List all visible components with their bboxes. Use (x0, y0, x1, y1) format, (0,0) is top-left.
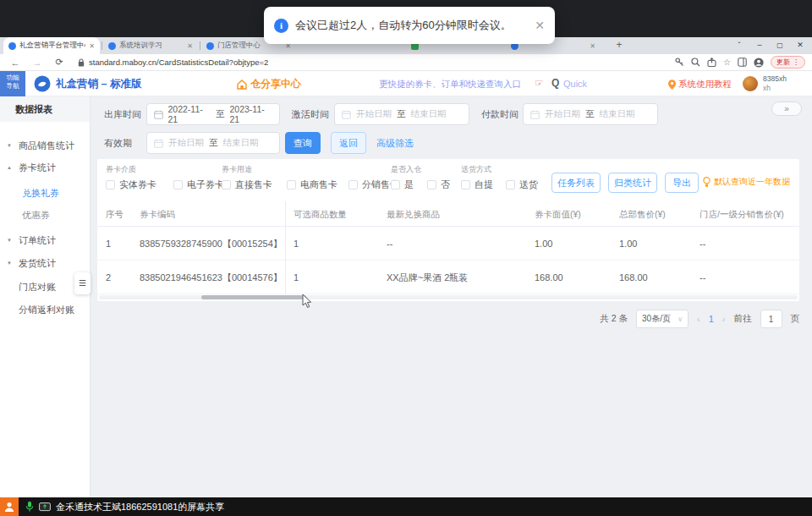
new-tab-button[interactable]: + (612, 39, 626, 52)
next-page-icon[interactable]: › (722, 314, 726, 324)
sidebar-item-exchange-coupon[interactable]: 兑换礼券 (0, 184, 91, 201)
task-list-button[interactable]: 任务列表 (551, 173, 601, 193)
chevron-up-icon: ▲ (7, 165, 19, 170)
checkbox-icon[interactable] (391, 180, 400, 189)
quick-search-icon[interactable]: Q (551, 77, 559, 89)
sidebar-section-title: 数据报表 (0, 96, 90, 122)
checkbox-icon[interactable] (287, 180, 296, 189)
tab-label: 礼盒营销平台管理中心 (19, 41, 85, 51)
advanced-filter-link[interactable]: 高级筛选 (376, 132, 414, 154)
sidebar-item-order-stats[interactable]: ▼ 订单统计 (0, 232, 91, 249)
checkbox-ecard[interactable]: 电子券卡 (173, 178, 224, 191)
app-logo (34, 75, 51, 92)
goto-page-input[interactable] (760, 310, 782, 328)
user-avatar[interactable] (743, 76, 758, 91)
group-title-warehouse: 是否入仓 (391, 164, 421, 175)
screen: 礼盒营销平台管理中心 ✕ 系统培训学习 ✕ 门店管理中心 ✕ ✕ + ˇ – ▢… (0, 0, 812, 516)
window-menu-icon[interactable]: ˇ (729, 37, 749, 54)
checkbox-warehouse-no[interactable]: 否 (427, 178, 450, 191)
sidebar-item-rebate-reconcile[interactable]: 分销返利对账 (0, 301, 91, 318)
profile-icon[interactable] (754, 58, 764, 68)
zoom-icon[interactable] (691, 58, 700, 67)
col-header-product-count: 可选商品数量 (285, 201, 378, 227)
checkbox-icon[interactable] (461, 180, 470, 189)
goto-label: 前往 (734, 313, 752, 325)
browser-tab-2[interactable]: 系统培训学习 ✕ (103, 37, 198, 54)
category-stats-button[interactable]: 归类统计 (608, 173, 657, 193)
double-chevron-icon: » (784, 104, 789, 113)
scrollbar-thumb[interactable] (201, 295, 306, 299)
table-cell: 1 (285, 227, 378, 261)
tutorial-link[interactable]: 系统使用教程 (668, 79, 732, 91)
checkbox-ecommerce-sale[interactable]: 电商售卡 (287, 178, 337, 191)
col-header-card-code: 券卡编码 (131, 201, 285, 227)
nav-toggle-button[interactable]: 功能 导航 (0, 71, 25, 96)
tab-close-icon[interactable]: ✕ (590, 42, 595, 50)
table-cell: 1 (285, 261, 378, 294)
sidebar-item-shipping-stats[interactable]: ▼ 发货统计 (0, 255, 91, 272)
toolbar-actions: ☆ 更新 ⋮ (675, 56, 805, 69)
sidebar-item-product-sales[interactable]: ▼ 商品销售统计 (0, 137, 91, 154)
sidebar-item-card-stats[interactable]: ▲ 券卡统计 (0, 159, 91, 176)
window-maximize-icon[interactable]: ▢ (770, 37, 790, 54)
checkbox-self-pickup[interactable]: 自提 (461, 178, 493, 191)
back-button[interactable]: 返回 (331, 132, 366, 154)
quick-search-label[interactable]: Quick (563, 79, 587, 89)
key-icon[interactable] (675, 58, 684, 67)
reload-icon[interactable]: ⟳ (52, 57, 66, 68)
address-bar[interactable]: standard.maboy.cn/CardStatisticsDetail?o… (78, 58, 675, 67)
checkbox-icon[interactable] (506, 180, 515, 189)
share-icon[interactable] (707, 58, 716, 67)
side-panel-icon[interactable] (738, 58, 747, 67)
window-close-icon[interactable]: ✕ (790, 37, 810, 54)
info-icon: i (274, 19, 288, 33)
table-cell: 8385021946451623【00014576】 (131, 261, 285, 294)
share-indicators (25, 501, 51, 513)
tab-close-icon[interactable]: ✕ (89, 42, 95, 50)
forward-icon[interactable]: → (30, 58, 44, 68)
back-icon[interactable]: ← (8, 58, 22, 68)
checkbox-warehouse-yes[interactable]: 是 (391, 178, 414, 191)
pay-time-label: 付款时间 (481, 103, 518, 125)
sidebar-item-discount-coupon[interactable]: 优惠券 (0, 206, 91, 223)
browser-update-chip[interactable]: 更新 ⋮ (771, 56, 805, 69)
checkbox-icon[interactable] (222, 180, 231, 189)
col-header-latest-exchange: 最新兑换商品 (378, 201, 526, 227)
checkbox-icon[interactable] (348, 180, 358, 189)
bookmark-star-icon[interactable]: ☆ (723, 58, 731, 67)
sidebar-collapse-handle[interactable]: ☰ (74, 272, 91, 294)
quick-entry-link[interactable]: 更快捷的券卡、订单和快递查询入口 (379, 79, 521, 91)
table-cell: -- (691, 261, 799, 294)
checkbox-physical-card[interactable]: 实体券卡 (106, 178, 156, 191)
validity-label: 有效期 (104, 132, 132, 154)
current-page[interactable]: 1 (709, 314, 714, 324)
validity-date-range-input[interactable]: 开始日期 至 结束日期 (146, 132, 280, 154)
prev-page-icon[interactable]: ‹ (697, 314, 700, 324)
horizontal-scrollbar[interactable] (99, 295, 798, 299)
warehouse-share-link[interactable]: 仓分享中心 (237, 77, 301, 91)
calendar-icon (530, 110, 540, 119)
col-header-hq-price: 总部售价(¥) (611, 201, 691, 227)
default-query-tip: 默认查询近一年数据 (703, 176, 790, 188)
page-size-select[interactable]: 30条/页 ∨ (636, 310, 689, 328)
browser-tab-1[interactable]: 礼盒营销平台管理中心 ✕ (3, 37, 100, 54)
outbound-date-range-input[interactable]: 2022-11-21 至 2023-11-21 (146, 103, 280, 125)
table-cell: 1 (97, 227, 131, 261)
checkbox-delivery[interactable]: 送货 (506, 178, 538, 191)
checkbox-direct-sale[interactable]: 直接售卡 (222, 178, 272, 191)
checkbox-icon[interactable] (173, 180, 183, 189)
window-minimize-icon[interactable]: – (749, 37, 770, 54)
pointing-finger-icon: ☞ (535, 77, 544, 89)
activate-date-range-input[interactable]: 开始日期 至 结束日期 (334, 103, 469, 125)
tab-close-icon[interactable]: ✕ (187, 42, 193, 50)
chevron-down-icon: ∨ (678, 316, 683, 323)
collapse-filters-button[interactable]: » (771, 102, 802, 116)
tab-favicon (8, 42, 16, 50)
pay-date-range-input[interactable]: 开始日期 至 结束日期 (523, 103, 658, 125)
checkbox-icon[interactable] (106, 180, 115, 189)
toast-close-icon[interactable]: ✕ (535, 19, 545, 32)
export-button[interactable]: 导出 (665, 173, 699, 193)
table-cell: 2 (97, 261, 131, 294)
search-button[interactable]: 查询 (285, 132, 321, 154)
checkbox-icon[interactable] (427, 180, 436, 189)
